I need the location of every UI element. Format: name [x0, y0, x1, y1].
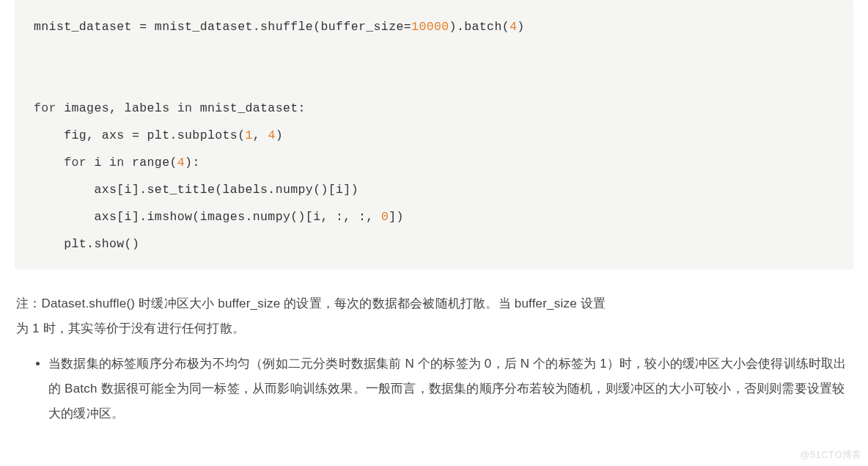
bullet-list: 当数据集的标签顺序分布极为不均匀（例如二元分类时数据集前 N 个的标签为 0，后…: [16, 341, 852, 426]
code-token: i: [87, 156, 109, 170]
code-token: ,: [253, 128, 268, 142]
code-token: axs[i].set_title(labels.numpy()[i]): [34, 183, 358, 197]
code-token: mnist_dataset = mnist_dataset.shuffle(bu…: [34, 20, 411, 34]
explanation-section: 注：Dataset.shuffle() 时缓冲区大小 buffer_size 的…: [0, 269, 868, 434]
code-blank-line: [34, 68, 834, 95]
code-line: mnist_dataset = mnist_dataset.shuffle(bu…: [34, 13, 834, 40]
code-token: [34, 156, 64, 170]
code-token: 4: [510, 20, 517, 34]
code-token: ):: [185, 156, 200, 170]
note-text-line1: 注：Dataset.shuffle() 时缓冲区大小 buffer_size 的…: [16, 296, 606, 310]
code-token: 10000: [411, 20, 449, 34]
code-token: ): [276, 128, 283, 142]
code-token: plt.show(): [34, 237, 139, 251]
code-line: axs[i].imshow(images.numpy()[i, :, :, 0]…: [34, 203, 834, 230]
code-token: in: [177, 101, 193, 115]
code-line: axs[i].set_title(labels.numpy()[i]): [34, 176, 834, 203]
bullet-item: 当数据集的标签顺序分布极为不均匀（例如二元分类时数据集前 N 个的标签为 0，后…: [48, 352, 849, 426]
code-token: range(: [125, 156, 177, 170]
code-token: in: [109, 156, 125, 170]
code-line: for i in range(4):: [34, 149, 834, 176]
code-token: ]): [389, 210, 404, 224]
code-block: mnist_dataset = mnist_dataset.shuffle(bu…: [15, 0, 853, 269]
note-paragraph: 注：Dataset.shuffle() 时缓冲区大小 buffer_size 的…: [16, 291, 852, 341]
code-token: for: [34, 101, 56, 115]
watermark: @51CTO博客: [800, 448, 862, 462]
code-line: for images, labels in mnist_dataset:: [34, 95, 834, 122]
code-token: axs[i].imshow(images.numpy()[i, :, :,: [34, 210, 381, 224]
code-token: images, labels: [56, 101, 177, 115]
code-token: for: [64, 156, 87, 170]
code-token: 4: [268, 128, 275, 142]
code-line: plt.show(): [34, 230, 834, 258]
code-token: ): [517, 20, 524, 34]
code-line: fig, axs = plt.subplots(1, 4): [34, 122, 834, 149]
code-token: fig, axs = plt.subplots(: [34, 128, 245, 142]
note-text-line2: 为 1 时，其实等价于没有进行任何打散。: [16, 321, 245, 335]
code-token: mnist_dataset:: [192, 101, 306, 115]
code-blank-line: [34, 40, 834, 68]
code-token: ).batch(: [449, 20, 510, 34]
code-token: 1: [245, 128, 252, 142]
code-token: 0: [381, 210, 389, 224]
bullet-text: 当数据集的标签顺序分布极为不均匀（例如二元分类时数据集前 N 个的标签为 0，后…: [48, 357, 847, 421]
code-token: 4: [177, 156, 185, 170]
